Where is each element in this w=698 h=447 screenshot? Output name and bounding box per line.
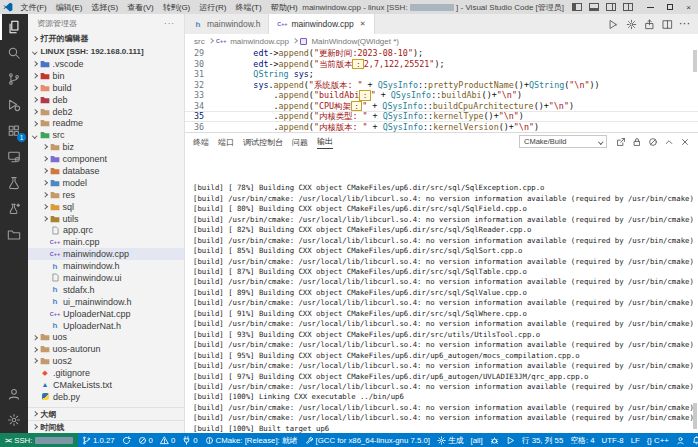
customize-layout-icon[interactable] bbox=[623, 3, 633, 11]
sidebar-more-actions-icon[interactable]: ··· bbox=[164, 19, 175, 28]
tab-close-icon[interactable]: ✕ bbox=[360, 20, 366, 28]
activity-test-explorer-icon[interactable] bbox=[0, 170, 28, 196]
tree-item-deb[interactable]: deb bbox=[28, 94, 184, 106]
tree-item-deb-py[interactable]: deb.py bbox=[28, 391, 184, 403]
output-scrollbar[interactable] bbox=[693, 403, 697, 429]
menu-item-5[interactable]: 转到(G) bbox=[158, 2, 195, 13]
tree-item-build[interactable]: build bbox=[28, 82, 184, 94]
status-cmake-status[interactable]: CMake: [Release]: 就绪 bbox=[201, 433, 301, 447]
panel-tab-终端[interactable]: 终端 bbox=[193, 135, 209, 149]
menu-item-8[interactable]: 帮助(H) bbox=[266, 2, 302, 13]
activity-account-icon[interactable] bbox=[0, 381, 28, 407]
status-cursor-position[interactable]: 行 35, 列 55 bbox=[518, 433, 567, 447]
tree-item-uploadernat-h[interactable]: hUploaderNat.h bbox=[28, 320, 184, 332]
close-panel-icon[interactable] bbox=[680, 137, 690, 147]
status-cmake-launch[interactable] bbox=[502, 433, 518, 447]
menu-item-2[interactable]: 编辑(E) bbox=[51, 2, 87, 13]
maximize-button[interactable] bbox=[660, 0, 679, 14]
split-editor-icon[interactable] bbox=[662, 19, 673, 30]
breadcrumb-item[interactable]: mainwindow.cpp bbox=[230, 37, 289, 46]
status-remote-indicator[interactable]: ><SSH: bbox=[0, 433, 78, 447]
tree-item-readme[interactable]: readme bbox=[28, 117, 184, 129]
status-feedback[interactable] bbox=[672, 433, 688, 447]
activity-cmake-icon[interactable] bbox=[0, 196, 28, 222]
activity-source-control-icon[interactable] bbox=[0, 66, 28, 92]
export-icon[interactable] bbox=[644, 19, 655, 30]
open-output-editor-icon[interactable] bbox=[616, 137, 626, 147]
tree-item-src[interactable]: src bbox=[28, 129, 184, 141]
maximize-panel-icon[interactable] bbox=[664, 137, 674, 147]
status-language-mode[interactable]: {} C++ bbox=[643, 433, 672, 447]
tab-mainwindow-cpp[interactable]: C++mainwindow.cpp✕ bbox=[269, 14, 374, 34]
toggle-sidebar-icon[interactable] bbox=[572, 3, 582, 11]
breadcrumb[interactable]: srcC++mainwindow.cppMainWindow(QWidget *… bbox=[185, 34, 698, 48]
tree-item-app-qrc[interactable]: app.qrc bbox=[28, 224, 184, 236]
tree-item-deb2[interactable]: deb2 bbox=[28, 106, 184, 118]
timeline-section[interactable]: 时间线 bbox=[28, 420, 184, 433]
status-git-sync[interactable] bbox=[118, 433, 134, 447]
panel-tab-输出[interactable]: 输出 bbox=[317, 134, 333, 149]
activity-explorer-icon[interactable] bbox=[0, 14, 28, 40]
activity-extensions-icon[interactable]: 1 bbox=[0, 118, 28, 144]
tree-item-main-cpp[interactable]: C++main.cpp bbox=[28, 236, 184, 248]
status-cmake-kit[interactable]: [GCC for x86_64-linux-gnu 7.5.0] bbox=[301, 433, 433, 447]
menu-item-7[interactable]: 终端(T) bbox=[231, 2, 266, 13]
menu-item-4[interactable]: 查看(V) bbox=[123, 2, 159, 13]
status-eol[interactable]: LF bbox=[627, 433, 643, 447]
editor-scrollbar[interactable] bbox=[693, 50, 697, 72]
tree-item-database[interactable]: database bbox=[28, 165, 184, 177]
tree-item-utils[interactable]: utils bbox=[28, 213, 184, 225]
code-editor[interactable]: 29 edt->append("更新时间:2023-08-10");30 edt… bbox=[185, 48, 698, 132]
status-problems-errors[interactable]: 0 bbox=[134, 433, 156, 447]
panel-tab-调试控制台[interactable]: 调试控制台 bbox=[243, 135, 283, 149]
tree-item-mainwindow-cpp[interactable]: C++mainwindow.cpp bbox=[28, 248, 184, 260]
breadcrumb-item[interactable]: src bbox=[194, 37, 205, 46]
breadcrumb-item[interactable]: MainWindow(QWidget *) bbox=[311, 37, 399, 46]
menu-item-1[interactable]: 文件(F) bbox=[16, 2, 51, 13]
panel-tab-问题[interactable]: 问题 bbox=[292, 135, 308, 149]
status-encoding[interactable]: UTF-8 bbox=[598, 433, 627, 447]
lock-scroll-icon[interactable] bbox=[632, 137, 642, 147]
activity-search-icon[interactable] bbox=[0, 40, 28, 66]
toggle-panel-icon[interactable] bbox=[589, 3, 599, 11]
status-indentation[interactable]: 空格: 4 bbox=[567, 433, 598, 447]
panel-tab-端口[interactable]: 端口 bbox=[218, 135, 234, 149]
clear-output-icon[interactable] bbox=[648, 137, 658, 147]
tree-item--vscode[interactable]: .vscode bbox=[28, 58, 184, 70]
activity-remote-explorer-icon[interactable] bbox=[0, 144, 28, 170]
more-icon[interactable]: ··· bbox=[680, 19, 692, 29]
tree-item-ui-mainwindow-h[interactable]: hui_mainwindow.h bbox=[28, 296, 184, 308]
tab-mainwindow-h[interactable]: hmainwindow.h bbox=[185, 14, 269, 34]
settings-gear-icon[interactable] bbox=[626, 19, 637, 30]
workspace-section[interactable]: LINUX [SSH: 192.168.0.111] bbox=[28, 45, 184, 58]
tree-item-uos-autorun[interactable]: uos-autorun bbox=[28, 343, 184, 355]
tree-item-uos[interactable]: uos bbox=[28, 331, 184, 343]
tree-item-stdafx-h[interactable]: hstdafx.h bbox=[28, 284, 184, 296]
status-cmake-build[interactable]: 生成 bbox=[433, 433, 467, 447]
tree-item-cmakelists-txt[interactable]: ▲CMakeLists.txt bbox=[28, 379, 184, 391]
minimize-button[interactable] bbox=[641, 0, 660, 14]
tree-item-uploadernat-cpp[interactable]: C++UploaderNat.cpp bbox=[28, 308, 184, 320]
output-console[interactable]: [build] [ 78%] Building CXX object CMake… bbox=[185, 150, 698, 433]
tree-item-biz[interactable]: biz bbox=[28, 141, 184, 153]
status-git-branch[interactable]: 1.0.27 bbox=[78, 433, 118, 447]
status-ports[interactable]: 0 bbox=[179, 433, 201, 447]
tree-item--gitignore[interactable]: ◆.gitignore bbox=[28, 367, 184, 379]
menu-item-6[interactable]: 运行(R) bbox=[195, 2, 231, 13]
tree-item-mainwindow-ui[interactable]: mainwindow.ui bbox=[28, 272, 184, 284]
outline-section[interactable]: 大纲 bbox=[28, 407, 184, 420]
tree-item-sql[interactable]: sql bbox=[28, 201, 184, 213]
menu-item-3[interactable]: 选择(S) bbox=[87, 2, 123, 13]
tree-item-mainwindow-h[interactable]: hmainwindow.h bbox=[28, 260, 184, 272]
tree-item-bin[interactable]: bin bbox=[28, 70, 184, 82]
status-cmake-target[interactable]: [all] bbox=[467, 433, 486, 447]
status-notifications[interactable] bbox=[688, 433, 698, 447]
run-icon[interactable] bbox=[608, 19, 619, 30]
status-cmake-debug[interactable] bbox=[486, 433, 502, 447]
close-button[interactable]: × bbox=[679, 0, 698, 14]
activity-run-debug-icon[interactable] bbox=[0, 92, 28, 118]
tree-item-component[interactable]: component bbox=[28, 153, 184, 165]
activity-project-manager-icon[interactable] bbox=[0, 222, 28, 248]
open-editors-section[interactable]: 打开的编辑器 bbox=[28, 32, 184, 45]
status-problems-warnings[interactable]: 0 bbox=[156, 433, 178, 447]
